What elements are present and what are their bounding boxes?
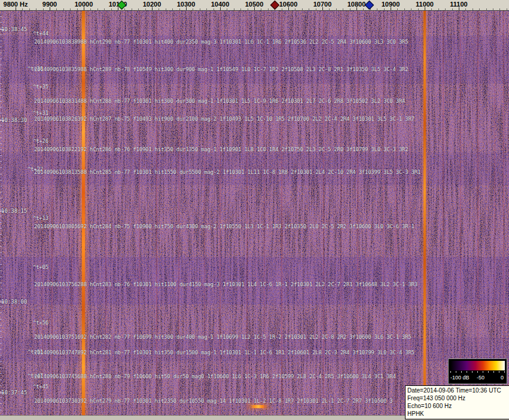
annotation-time-tag: ^t+05: [33, 264, 48, 270]
annotation-record-text: 20140906103831488 hCnt288 nb-77 f10301 h…: [34, 98, 405, 104]
annotation-record-text: 20140906103756288 hCnt283 nb-76 f10301 h…: [34, 281, 417, 287]
db-label-mid: -50: [477, 375, 484, 381]
frequency-tick-mark: [322, 7, 323, 10]
time-axis-tick: [0, 29, 4, 30]
annotation-time-tag: ^t+56: [33, 320, 48, 326]
annotation-time-tag: ^t+31: [33, 110, 48, 116]
info-station-callsign: HPHK: [407, 410, 508, 418]
annotation-time-tag: ^t+13: [33, 215, 48, 221]
annotation-record-text: 20140906103826392 hCnt287 nb-75 f10493 h…: [34, 116, 414, 122]
annotation-record-text: 20140906103805692 hCnt284 nb-75 f10900 h…: [34, 223, 414, 229]
time-axis-tick: [0, 393, 4, 393]
annotation-time-tag: ^t+35: [33, 84, 48, 90]
status-info-box: Date=2014-09-06 Time=10:36 UTC Freq=143 …: [405, 385, 509, 419]
faint-signal-line: [460, 10, 461, 415]
frequency-tick-mark: [425, 7, 425, 10]
frequency-tick-mark: [118, 7, 118, 10]
frequency-tick-mark: [50, 7, 50, 10]
db-gradient-bar: [450, 361, 505, 370]
annotation-record-text: 20140906103813588 hCnt285 nb-77 f10301 h…: [34, 169, 420, 175]
annotation-time-tag: ^t+26: [33, 138, 48, 144]
frequency-tick-mark: [459, 7, 459, 10]
spectrum-display-window: 10:38:4510:38:3010:38:1510:38:0010:37:45…: [0, 0, 509, 420]
faint-signal-line: [494, 10, 495, 415]
db-label-min: -100 dB: [450, 375, 470, 381]
time-axis-tick: [0, 302, 4, 302]
annotation-record-text: 20140906103745688 hCnt280 nb-79 f10600 h…: [34, 373, 396, 379]
db-label-max: 0: [501, 375, 504, 381]
annotation-record-text: 20140906103822192 hCnt286 nb-76 f10901 h…: [34, 146, 408, 152]
time-axis-label: 10:38:00: [1, 299, 27, 305]
time-axis-label: 10:38:45: [1, 26, 27, 32]
time-axis-label: 10:38:15: [1, 208, 27, 214]
frequency-tick-mark: [152, 7, 153, 10]
annotation-record-text: 20140906103838988 hCnt290 nb-77 f10301 h…: [34, 39, 408, 45]
faint-signal-line: [503, 10, 504, 415]
annotation-time-tag: ^t+45: [33, 384, 48, 390]
annotation-time-tag: ^t+44: [33, 30, 48, 36]
frequency-minor-ticks: [16, 8, 509, 10]
frequency-tick-mark: [391, 7, 391, 10]
time-axis-tick: [0, 211, 4, 211]
frequency-tick-mark: [288, 7, 289, 10]
frequency-tick-mark: [356, 7, 357, 10]
db-scale-ticks: [450, 371, 505, 373]
time-axis-label: 10:38:30: [1, 117, 27, 123]
faint-signal-line: [477, 10, 478, 415]
info-echo-frequency: Echo=10 600 Hz: [407, 402, 508, 410]
frequency-tick-mark: [84, 7, 84, 10]
time-axis-tick: [0, 120, 4, 121]
annotation-record-text: 20140906103835988 hCnt289 nb-78 f10549 h…: [34, 66, 408, 72]
frequency-tick-mark: [254, 7, 255, 10]
annotation-record-text: 20140906103747892 hCnt281 nb-77 f10301 h…: [34, 350, 414, 355]
frequency-tick-mark: [16, 7, 16, 10]
db-color-scale: -100 dB -50 0: [448, 358, 507, 384]
frequency-tick-mark: [220, 7, 221, 10]
info-frequency: Freq=143 050 000 Hz: [407, 394, 508, 402]
annotation-record-text: 20140906103730392 hCnt279 nb-77 f10301 h…: [34, 398, 393, 404]
time-axis-label: 10:37:45: [1, 390, 27, 396]
spectrogram-overlay: 10:38:4510:38:3010:38:1510:38:0010:37:45…: [0, 0, 509, 420]
faint-signal-line: [443, 10, 444, 415]
info-date-time: Date=2014-09-06 Time=10:36 UTC: [407, 387, 508, 394]
annotation-record-text: 20140906103751692 hCnt282 nb-77 f10699 h…: [34, 334, 412, 340]
frequency-tick-mark: [186, 7, 187, 10]
frequency-ruler[interactable]: 9800 Hz990010000101001020010300104001050…: [0, 0, 509, 11]
